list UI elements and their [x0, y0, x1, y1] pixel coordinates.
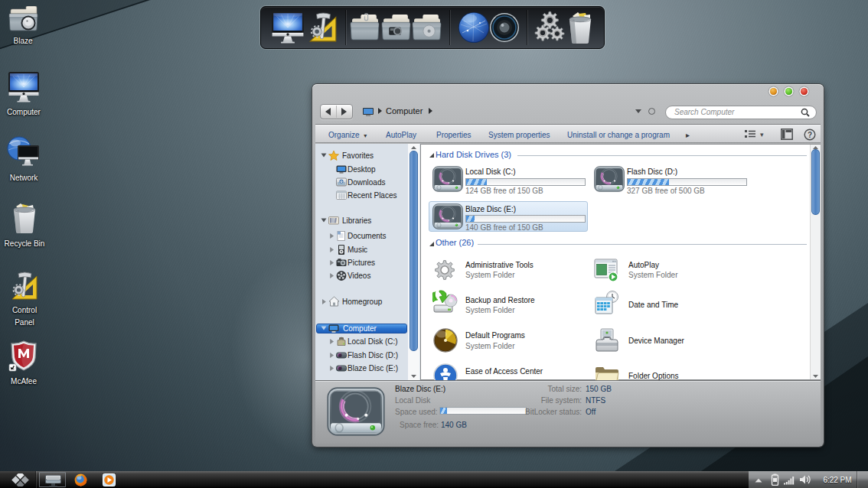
svg-text:?: ?: [808, 131, 812, 139]
